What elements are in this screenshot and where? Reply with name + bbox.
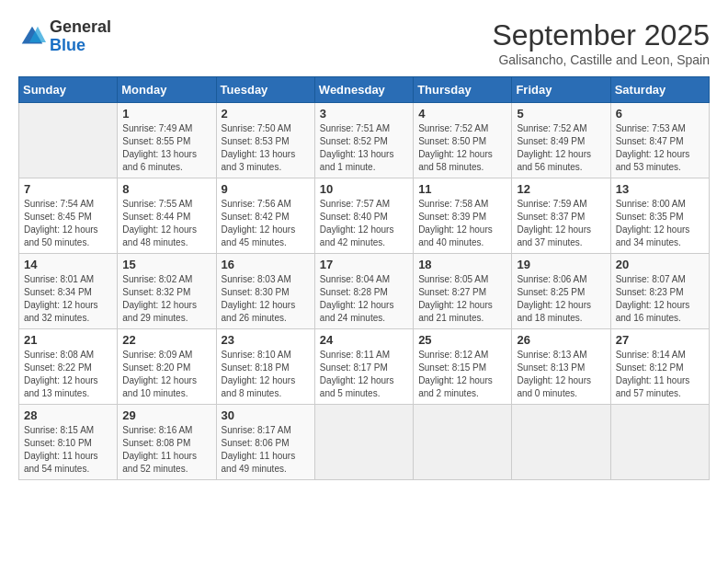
logo-blue: Blue	[50, 36, 85, 54]
day-number: 15	[122, 258, 210, 271]
day-info: Sunrise: 8:03 AM Sunset: 8:30 PM Dayligh…	[222, 273, 310, 325]
day-number: 28	[24, 408, 112, 422]
day-cell: 17Sunrise: 8:04 AM Sunset: 8:28 PM Dayli…	[314, 254, 413, 329]
day-info: Sunrise: 7:55 AM Sunset: 8:44 PM Dayligh…	[122, 198, 210, 249]
day-cell: 20Sunrise: 8:07 AM Sunset: 8:23 PM Dayli…	[610, 254, 709, 329]
day-cell: 21Sunrise: 8:08 AM Sunset: 8:22 PM Dayli…	[19, 329, 118, 405]
day-info: Sunrise: 8:06 AM Sunset: 8:25 PM Dayligh…	[517, 273, 605, 325]
day-info: Sunrise: 7:57 AM Sunset: 8:40 PM Dayligh…	[320, 198, 408, 249]
day-info: Sunrise: 8:00 AM Sunset: 8:35 PM Dayligh…	[616, 198, 704, 249]
day-cell: 29Sunrise: 8:16 AM Sunset: 8:08 PM Dayli…	[118, 405, 216, 480]
weekday-header-sunday: Sunday	[19, 77, 118, 103]
location: Galisancho, Castille and Leon, Spain	[492, 52, 710, 67]
day-number: 25	[418, 333, 506, 347]
day-cell: 1Sunrise: 7:49 AM Sunset: 8:55 PM Daylig…	[118, 103, 216, 178]
day-cell: 4Sunrise: 7:52 AM Sunset: 8:50 PM Daylig…	[414, 103, 512, 178]
day-number: 27	[616, 333, 704, 347]
day-number: 4	[418, 107, 506, 121]
weekday-header-saturday: Saturday	[610, 77, 709, 103]
day-number: 22	[122, 333, 210, 347]
weekday-header-wednesday: Wednesday	[314, 77, 413, 103]
weekday-header-thursday: Thursday	[414, 77, 512, 103]
day-info: Sunrise: 7:51 AM Sunset: 8:52 PM Dayligh…	[320, 122, 408, 174]
logo-text: General Blue	[50, 18, 111, 55]
day-info: Sunrise: 8:16 AM Sunset: 8:08 PM Dayligh…	[122, 424, 210, 476]
day-number: 5	[517, 107, 605, 121]
logo-general: General	[50, 17, 111, 36]
day-cell: 11Sunrise: 7:58 AM Sunset: 8:39 PM Dayli…	[414, 178, 512, 254]
day-cell: 24Sunrise: 8:11 AM Sunset: 8:17 PM Dayli…	[314, 329, 413, 405]
day-cell: 6Sunrise: 7:53 AM Sunset: 8:47 PM Daylig…	[610, 103, 709, 178]
day-cell: 22Sunrise: 8:09 AM Sunset: 8:20 PM Dayli…	[118, 329, 216, 405]
day-info: Sunrise: 8:13 AM Sunset: 8:13 PM Dayligh…	[517, 349, 605, 400]
day-cell: 30Sunrise: 8:17 AM Sunset: 8:06 PM Dayli…	[216, 405, 314, 480]
day-cell: 26Sunrise: 8:13 AM Sunset: 8:13 PM Dayli…	[512, 329, 610, 405]
day-number: 2	[222, 107, 310, 121]
calendar-body: 1Sunrise: 7:49 AM Sunset: 8:55 PM Daylig…	[19, 103, 710, 480]
day-cell: 15Sunrise: 8:02 AM Sunset: 8:32 PM Dayli…	[118, 254, 216, 329]
day-cell: 19Sunrise: 8:06 AM Sunset: 8:25 PM Dayli…	[512, 254, 610, 329]
day-number: 11	[418, 182, 506, 196]
day-cell: 14Sunrise: 8:01 AM Sunset: 8:34 PM Dayli…	[19, 254, 118, 329]
day-info: Sunrise: 7:56 AM Sunset: 8:42 PM Dayligh…	[222, 198, 310, 249]
day-number: 18	[418, 258, 506, 271]
day-info: Sunrise: 8:10 AM Sunset: 8:18 PM Dayligh…	[222, 349, 310, 400]
day-cell: 25Sunrise: 8:12 AM Sunset: 8:15 PM Dayli…	[414, 329, 512, 405]
logo-icon	[18, 23, 46, 51]
day-info: Sunrise: 8:01 AM Sunset: 8:34 PM Dayligh…	[24, 273, 112, 325]
day-cell: 16Sunrise: 8:03 AM Sunset: 8:30 PM Dayli…	[216, 254, 314, 329]
day-cell: 12Sunrise: 7:59 AM Sunset: 8:37 PM Dayli…	[512, 178, 610, 254]
weekday-header-tuesday: Tuesday	[216, 77, 314, 103]
day-number: 10	[320, 182, 408, 196]
week-row-4: 21Sunrise: 8:08 AM Sunset: 8:22 PM Dayli…	[19, 329, 710, 405]
day-number: 14	[24, 258, 112, 271]
day-cell: 10Sunrise: 7:57 AM Sunset: 8:40 PM Dayli…	[314, 178, 413, 254]
day-number: 1	[122, 107, 210, 121]
day-info: Sunrise: 8:02 AM Sunset: 8:32 PM Dayligh…	[122, 273, 210, 325]
day-number: 7	[24, 182, 112, 196]
day-info: Sunrise: 8:17 AM Sunset: 8:06 PM Dayligh…	[222, 424, 310, 476]
day-number: 17	[320, 258, 408, 271]
day-info: Sunrise: 8:11 AM Sunset: 8:17 PM Dayligh…	[320, 349, 408, 400]
day-number: 13	[616, 182, 704, 196]
day-cell: 27Sunrise: 8:14 AM Sunset: 8:12 PM Dayli…	[610, 329, 709, 405]
day-info: Sunrise: 8:14 AM Sunset: 8:12 PM Dayligh…	[616, 349, 704, 400]
day-cell	[610, 405, 709, 480]
day-number: 16	[222, 258, 310, 271]
day-cell: 9Sunrise: 7:56 AM Sunset: 8:42 PM Daylig…	[216, 178, 314, 254]
day-info: Sunrise: 8:05 AM Sunset: 8:27 PM Dayligh…	[418, 273, 506, 325]
day-cell: 8Sunrise: 7:55 AM Sunset: 8:44 PM Daylig…	[118, 178, 216, 254]
day-info: Sunrise: 7:52 AM Sunset: 8:49 PM Dayligh…	[517, 122, 605, 174]
day-number: 24	[320, 333, 408, 347]
day-cell: 2Sunrise: 7:50 AM Sunset: 8:53 PM Daylig…	[216, 103, 314, 178]
day-info: Sunrise: 8:07 AM Sunset: 8:23 PM Dayligh…	[616, 273, 704, 325]
calendar-table: SundayMondayTuesdayWednesdayThursdayFrid…	[18, 76, 710, 480]
day-number: 26	[517, 333, 605, 347]
weekday-header-friday: Friday	[512, 77, 610, 103]
day-info: Sunrise: 8:12 AM Sunset: 8:15 PM Dayligh…	[418, 349, 506, 400]
day-number: 30	[222, 408, 310, 422]
day-cell: 13Sunrise: 8:00 AM Sunset: 8:35 PM Dayli…	[610, 178, 709, 254]
weekday-header-row: SundayMondayTuesdayWednesdayThursdayFrid…	[19, 77, 710, 103]
day-cell: 28Sunrise: 8:15 AM Sunset: 8:10 PM Dayli…	[19, 405, 118, 480]
day-info: Sunrise: 7:53 AM Sunset: 8:47 PM Dayligh…	[616, 122, 704, 174]
title-block: September 2025 Galisancho, Castille and …	[492, 18, 710, 67]
day-cell: 7Sunrise: 7:54 AM Sunset: 8:45 PM Daylig…	[19, 178, 118, 254]
day-number: 12	[517, 182, 605, 196]
week-row-2: 7Sunrise: 7:54 AM Sunset: 8:45 PM Daylig…	[19, 178, 710, 254]
day-info: Sunrise: 7:52 AM Sunset: 8:50 PM Dayligh…	[418, 122, 506, 174]
day-info: Sunrise: 8:09 AM Sunset: 8:20 PM Dayligh…	[122, 349, 210, 400]
day-info: Sunrise: 7:49 AM Sunset: 8:55 PM Dayligh…	[122, 122, 210, 174]
day-number: 23	[222, 333, 310, 347]
day-info: Sunrise: 7:58 AM Sunset: 8:39 PM Dayligh…	[418, 198, 506, 249]
day-cell: 18Sunrise: 8:05 AM Sunset: 8:27 PM Dayli…	[414, 254, 512, 329]
day-info: Sunrise: 8:15 AM Sunset: 8:10 PM Dayligh…	[24, 424, 112, 476]
week-row-5: 28Sunrise: 8:15 AM Sunset: 8:10 PM Dayli…	[19, 405, 710, 480]
day-info: Sunrise: 7:54 AM Sunset: 8:45 PM Dayligh…	[24, 198, 112, 249]
weekday-header-monday: Monday	[118, 77, 216, 103]
day-info: Sunrise: 7:59 AM Sunset: 8:37 PM Dayligh…	[517, 198, 605, 249]
page-header: General Blue September 2025 Galisancho, …	[18, 18, 710, 67]
week-row-3: 14Sunrise: 8:01 AM Sunset: 8:34 PM Dayli…	[19, 254, 710, 329]
week-row-1: 1Sunrise: 7:49 AM Sunset: 8:55 PM Daylig…	[19, 103, 710, 178]
day-cell: 5Sunrise: 7:52 AM Sunset: 8:49 PM Daylig…	[512, 103, 610, 178]
